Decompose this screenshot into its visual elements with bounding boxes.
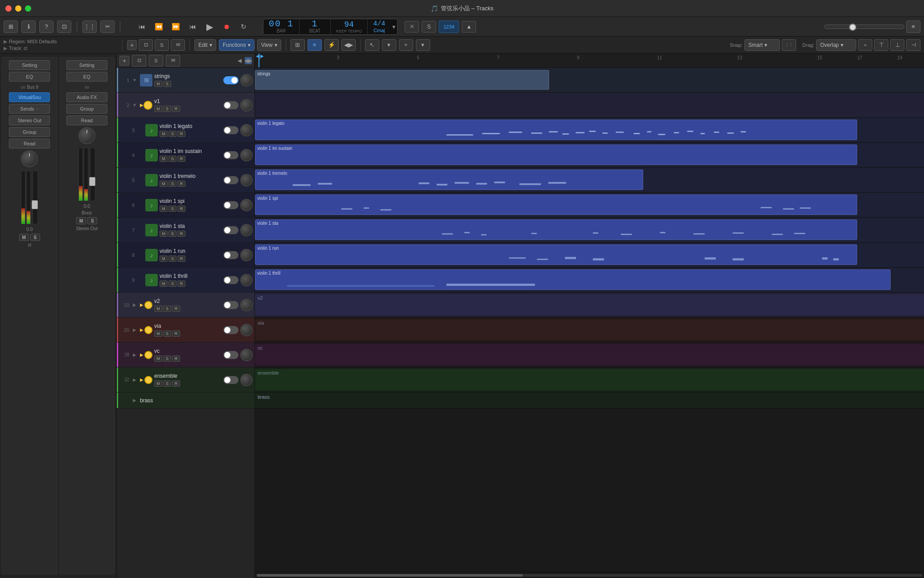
grid-view-button[interactable]: ⊞ (291, 39, 305, 51)
region-select-button[interactable]: ◀▶ (341, 39, 356, 51)
track-toggle-v1[interactable] (223, 101, 238, 109)
track-expand-vc[interactable]: ▶ (131, 351, 138, 359)
timeline-ruler[interactable]: ◀ ▶ 1 3 5 7 9 11 13 15 17 19 (255, 54, 924, 68)
track-toggle-4[interactable] (223, 151, 238, 159)
tracks-view-btn[interactable]: ⊡ (132, 55, 146, 66)
mute-5[interactable]: M (160, 181, 168, 187)
pencil-tool[interactable]: + (399, 39, 413, 51)
solo-button[interactable]: S (422, 21, 436, 33)
solo-9[interactable]: S (168, 281, 177, 287)
mute-btn-1[interactable]: M (19, 234, 29, 241)
solo-btn-2[interactable]: S (87, 217, 97, 224)
rec-v2[interactable]: R (172, 306, 180, 312)
solo-8[interactable]: S (168, 256, 177, 262)
mute-4[interactable]: M (160, 156, 168, 162)
drag-select[interactable]: Overlap ▾ (816, 39, 856, 51)
track-toggle-8[interactable] (223, 251, 238, 259)
align-bottom-button[interactable]: ⊥ (890, 39, 904, 51)
read-button-2[interactable]: Read (66, 116, 107, 125)
mute-btn-2[interactable]: M (76, 217, 86, 224)
maximize-button[interactable] (25, 5, 31, 12)
tracks-snap-btn[interactable]: S (149, 55, 163, 66)
track-expand-brass[interactable]: ▶ (131, 397, 138, 404)
track-pan-v1[interactable] (240, 99, 253, 111)
pan-knob-2[interactable] (78, 127, 95, 144)
snap-options[interactable]: ⋮⋮ (782, 39, 796, 51)
list-button[interactable]: ⊡ (57, 21, 71, 33)
snap-toggle[interactable]: S (155, 39, 169, 51)
mixer-button[interactable]: ⋮⋮ (82, 21, 97, 33)
track-pan-7[interactable] (240, 224, 253, 236)
master-fader[interactable] (824, 25, 904, 29)
rec-8[interactable]: R (177, 256, 185, 262)
mute-v2[interactable]: M (154, 306, 162, 312)
play-ensemble[interactable]: ▶ (140, 376, 144, 384)
clip-strings[interactable]: strings (255, 70, 549, 90)
track-pan-8[interactable] (240, 249, 253, 261)
clip-thrill[interactable]: violin 1 thrill (255, 269, 891, 290)
clip-run[interactable]: violin 1 run (255, 244, 857, 265)
audio-fx-button[interactable]: Audio FX (66, 92, 107, 102)
eq-button-2[interactable]: EQ (66, 72, 107, 82)
play-v2[interactable]: ▶ (140, 301, 144, 309)
clip-sta[interactable]: violin 1 sta (255, 219, 857, 240)
rec-v1[interactable]: R (172, 106, 180, 112)
rec-7[interactable]: R (177, 231, 185, 237)
pan-knob-1[interactable] (21, 150, 38, 167)
solo-v2[interactable]: S (163, 306, 171, 312)
grid-button[interactable]: ⊞ (4, 21, 18, 33)
track-toggle-v2[interactable] (223, 301, 238, 309)
track-toggle-7[interactable] (223, 226, 238, 234)
help-button[interactable]: ? (39, 21, 53, 33)
tempo-display[interactable]: 94 KEEP TEMPO (331, 19, 368, 34)
read-button-1[interactable]: Read (9, 139, 50, 149)
solo-v1[interactable]: S (163, 106, 171, 112)
mute-9[interactable]: M (160, 281, 168, 287)
functions-menu[interactable]: Functions ▾ (219, 39, 255, 51)
rec-4[interactable]: R (177, 156, 185, 162)
scroll-pos-btn[interactable]: ◀▶ (245, 57, 252, 64)
track-toggle-5[interactable] (223, 176, 238, 184)
solo-via[interactable]: S (163, 330, 171, 337)
track-toggle-3[interactable] (223, 126, 238, 134)
rewind-button[interactable]: ⏮ (135, 21, 149, 33)
track-pan-strings[interactable] (240, 74, 253, 87)
play-vc[interactable]: ▶ (140, 351, 144, 359)
pointer-dropdown[interactable]: ▾ (382, 39, 396, 51)
to-start-button[interactable]: ⏮ (185, 21, 200, 33)
solo-ensemble[interactable]: S (163, 380, 171, 387)
link-button[interactable]: ⚡ (324, 39, 339, 51)
clip-legato[interactable]: violin 1 legato (255, 120, 857, 140)
scrollbar-thumb[interactable] (257, 574, 523, 577)
rec-6[interactable]: R (177, 206, 185, 212)
mute-vc[interactable]: M (154, 355, 162, 362)
mute-v1[interactable]: M (154, 106, 162, 112)
track-pan-4[interactable] (240, 149, 253, 161)
mute-strings[interactable]: M (154, 81, 162, 87)
rec-5[interactable]: R (177, 181, 185, 187)
bar-display[interactable]: 00 1 BAR (263, 19, 300, 34)
track-pan-via[interactable] (240, 324, 253, 336)
fader-2[interactable] (90, 148, 95, 201)
pos-expand-button[interactable]: ▾ (392, 23, 395, 30)
list-view-button[interactable]: ≡ (308, 39, 322, 51)
align-top-button[interactable]: ⊤ (874, 39, 888, 51)
rec-3[interactable]: R (177, 131, 185, 137)
play-v1[interactable]: ▶ (140, 101, 144, 109)
minimize-button[interactable] (15, 5, 21, 12)
track-pan-5[interactable] (240, 174, 253, 186)
more-button[interactable]: ≡ (906, 21, 920, 33)
track-expand-ensemble[interactable]: ▶ (131, 376, 138, 384)
clip-tremelo[interactable]: violin 1 tremelo (255, 169, 643, 190)
output-button-1[interactable]: Stereo Out (9, 116, 50, 125)
track-pan-ensemble[interactable] (240, 374, 253, 386)
group-button-1[interactable]: Group (9, 127, 50, 137)
forward-button[interactable]: ⏩ (168, 21, 183, 33)
view-menu[interactable]: View ▾ (257, 39, 281, 51)
clip-sustain[interactable]: violin 1 im sustain (255, 144, 857, 165)
envelope-button[interactable]: ✉ (171, 39, 185, 51)
align-right-button[interactable]: ⊣ (906, 39, 920, 51)
track-pan-6[interactable] (240, 199, 253, 211)
mute-via[interactable]: M (154, 330, 162, 337)
track-pan-vc[interactable] (240, 349, 253, 361)
